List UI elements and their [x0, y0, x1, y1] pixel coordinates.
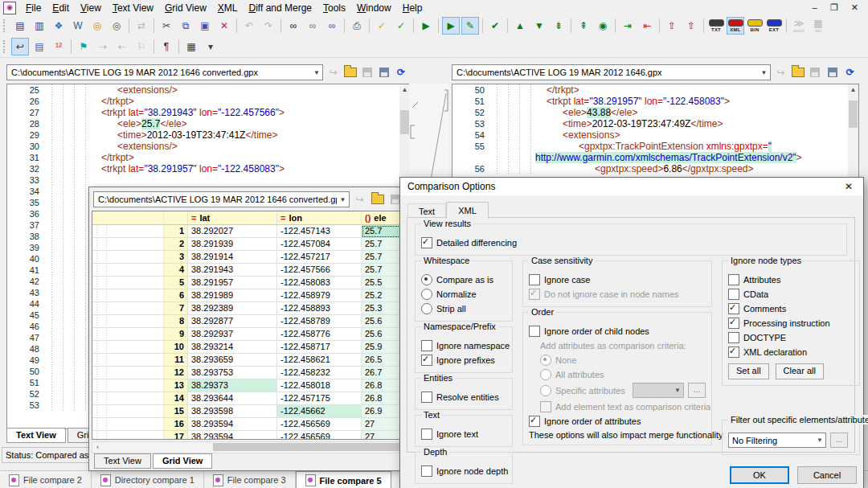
open-file-left-icon[interactable]: ⇧ [663, 17, 681, 35]
cell-lat[interactable]: 38.293659 [188, 354, 277, 367]
ok-button[interactable]: OK [730, 466, 789, 484]
word-wrap-icon[interactable]: ↩ [11, 38, 29, 55]
cell-lat[interactable]: 38.293594 [188, 418, 277, 431]
cell-lon[interactable]: -122.458717 [277, 341, 362, 354]
save-file-as-button[interactable] [825, 65, 841, 80]
column-header-lat[interactable]: =lat [188, 211, 277, 225]
cancel-button[interactable]: Cancel [797, 466, 857, 484]
insert-bookmark-icon[interactable]: ⚑ [75, 38, 92, 55]
cell-lon[interactable]: -122.458232 [277, 367, 362, 379]
toolbar-grip[interactable] [3, 19, 7, 32]
cell-lat[interactable]: 38.292027 [188, 225, 277, 238]
cell-lon[interactable]: -122.456569 [277, 431, 362, 440]
checkbox-input[interactable] [728, 332, 739, 343]
row-number[interactable]: 13 [164, 379, 188, 392]
cell-lon[interactable]: -122.458776 [277, 328, 362, 341]
compare-while-editing-icon[interactable]: ✎ [461, 17, 479, 35]
cell-lon[interactable]: -122.456569 [277, 418, 362, 431]
row-number[interactable]: 17 [164, 431, 188, 440]
cell-lon[interactable]: -122.457566 [277, 264, 362, 277]
reload-file-button[interactable]: ⟳ [394, 65, 408, 80]
cell-lon[interactable]: -122.457143 [277, 225, 362, 238]
column-header-lon[interactable]: =lon [277, 211, 362, 225]
comparison-tab-file-compare-3[interactable]: File compare 3 [204, 471, 296, 488]
cell-lon[interactable]: -122.458893 [277, 302, 362, 315]
open-file-button[interactable] [342, 65, 357, 80]
radio-input[interactable] [421, 303, 432, 314]
row-number[interactable]: 16 [164, 418, 188, 431]
cell-lon[interactable]: -122.458789 [277, 315, 362, 328]
comparison-tab-file-compare-5[interactable]: File compare 5 [296, 471, 391, 488]
row-number[interactable]: 9 [164, 328, 188, 341]
cell-lon[interactable]: -122.457084 [277, 238, 362, 251]
show-whitespace-icon[interactable]: ¶ [158, 38, 175, 55]
toolbar-grip[interactable] [3, 40, 7, 53]
menu-edit[interactable]: Edit [47, 2, 75, 14]
mode-xml-icon[interactable]: XML [727, 17, 744, 35]
close-button[interactable]: ✕ [851, 2, 858, 13]
grid-window-tab-grid-view[interactable]: Grid View [153, 453, 213, 469]
row-number[interactable]: 14 [164, 392, 188, 405]
row-number[interactable]: 2 [164, 238, 188, 251]
open-file-right-icon[interactable]: ⇧ [682, 17, 700, 35]
left-pane-tab-text-view[interactable]: Text View [6, 428, 66, 443]
row-number[interactable]: 1 [164, 225, 188, 238]
grid-view-window[interactable]: C:\documents\ACTIVE LOG 19 MAR 2012 1646… [88, 187, 428, 471]
checkbox-input[interactable] [529, 274, 540, 285]
merge-right-icon[interactable]: ⇥ [619, 17, 637, 35]
pretty-print-xml-icon[interactable]: ▤ [31, 38, 48, 55]
app-icon[interactable]: ◉ [3, 2, 16, 14]
grid-data-table[interactable]: =lat =lon ()ele 138.292027-122.45714325.… [92, 211, 424, 440]
line-numbers-icon[interactable]: ¹² [50, 38, 68, 55]
checkbox-input[interactable] [421, 429, 432, 440]
cell-lat[interactable]: 38.293644 [188, 392, 277, 405]
previous-difference-icon[interactable]: ▲ [511, 17, 529, 35]
row-number[interactable]: 7 [164, 302, 188, 315]
checkbox-input[interactable] [728, 289, 739, 300]
compare-now-icon[interactable]: ✔ [486, 17, 504, 35]
dialog-tab-xml[interactable]: XML [446, 202, 489, 219]
edit-filter-button[interactable]: ... [830, 433, 848, 448]
row-number[interactable]: 15 [164, 405, 188, 418]
comparison-tab-file-compare-2[interactable]: File compare 2 [0, 471, 92, 488]
scrollbar-thumb[interactable] [400, 110, 409, 134]
cut-icon[interactable]: ✂ [158, 17, 175, 35]
row-number[interactable]: 10 [164, 341, 188, 354]
row-number[interactable]: 3 [164, 251, 188, 264]
checkbox-input[interactable] [529, 416, 540, 427]
cell-lon[interactable]: -122.457175 [277, 392, 362, 405]
checkbox-input[interactable] [728, 318, 739, 329]
scroll-up-arrow[interactable]: ▲ [848, 84, 858, 95]
checkbox-input[interactable] [728, 303, 739, 314]
find-next-icon[interactable]: ∞ [304, 17, 321, 35]
compare-db-data-icon[interactable]: ◎ [88, 17, 106, 35]
menu-xml[interactable]: XML [212, 2, 244, 14]
row-number[interactable]: 5 [164, 277, 188, 289]
menu-tools[interactable]: Tools [317, 2, 351, 14]
left-file-path-combo[interactable]: C:\documents\ACTIVE LOG 19 MAR 2012 1646… [6, 64, 323, 80]
chevron-down-icon[interactable]: ▼ [758, 69, 770, 76]
cell-lat[interactable]: 38.291957 [188, 277, 277, 289]
mode-bin-icon[interactable]: BIN [746, 17, 764, 35]
cell-lat[interactable]: 38.291943 [188, 264, 277, 277]
radio-input[interactable] [421, 289, 432, 300]
open-file-button[interactable] [370, 192, 385, 207]
cell-lon[interactable]: -122.457217 [277, 251, 362, 264]
cell-lat[interactable]: 38.293214 [188, 341, 277, 354]
minimize-button[interactable]: – [813, 2, 817, 13]
reload-file-button[interactable]: ⟳ [842, 65, 858, 80]
checkbox-input[interactable] [529, 326, 540, 337]
menu-file[interactable]: File [20, 2, 47, 14]
grid-file-path-combo[interactable]: C:\documents\ACTIVE LOG 19 MAR 2012 1646… [93, 191, 350, 207]
menu-grid-view[interactable]: Grid View [159, 2, 212, 14]
copy-icon[interactable]: ⧉ [177, 17, 194, 35]
row-number[interactable]: 8 [164, 315, 188, 328]
replace-icon[interactable]: ∞ [323, 17, 341, 35]
autostart-comparison-icon[interactable]: ▶ [442, 17, 460, 35]
menu-view[interactable]: View [75, 2, 107, 14]
first-difference-icon[interactable]: ⇞ [575, 17, 592, 35]
checkbox-input[interactable] [421, 340, 432, 351]
cell-lat[interactable]: 38.292937 [188, 328, 277, 341]
cell-lat[interactable]: 38.293598 [188, 405, 277, 418]
toolbar-overflow-icon[interactable]: ▾ [202, 38, 219, 55]
